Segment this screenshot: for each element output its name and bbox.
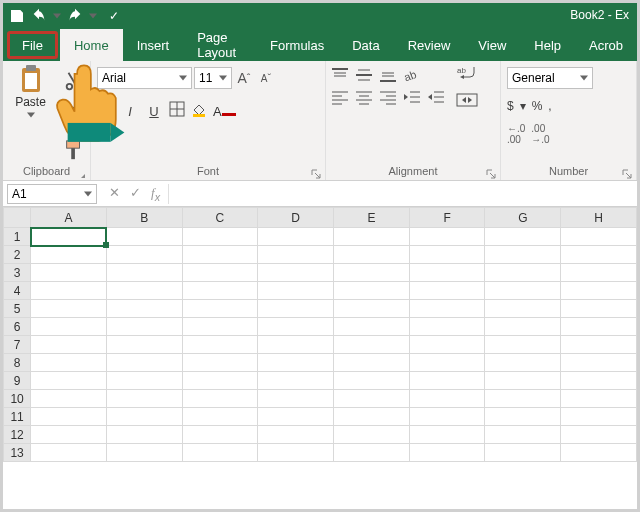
ribbon-tabs: File Home Insert Page Layout Formulas Da… (3, 29, 637, 61)
tab-view[interactable]: View (464, 29, 520, 61)
chevron-down-icon (219, 74, 227, 82)
col-header[interactable]: E (334, 208, 410, 228)
decrease-font-button[interactable]: Aˇ (256, 68, 276, 88)
row-header[interactable]: 2 (4, 246, 31, 264)
svg-marker-0 (53, 14, 61, 19)
save-icon[interactable] (9, 8, 25, 24)
row-header[interactable]: 4 (4, 282, 31, 300)
fill-color-button[interactable] (191, 101, 207, 121)
row-header[interactable]: 10 (4, 390, 31, 408)
tab-acrobat[interactable]: Acrob (575, 29, 637, 61)
tab-home[interactable]: Home (60, 29, 123, 61)
font-color-button[interactable]: A (213, 102, 236, 120)
row-header[interactable]: 7 (4, 336, 31, 354)
row-header[interactable]: 11 (4, 408, 31, 426)
wrap-text-icon[interactable]: ab (456, 65, 478, 83)
underline-button[interactable]: U (145, 104, 163, 119)
dialog-launcher-icon[interactable] (622, 165, 632, 175)
group-label-font: Font (91, 165, 325, 180)
decrease-indent-icon[interactable] (402, 89, 422, 105)
dialog-launcher-icon[interactable] (76, 165, 86, 175)
currency-button[interactable]: $ (507, 99, 514, 113)
undo-icon[interactable] (31, 8, 47, 24)
col-header[interactable]: C (182, 208, 258, 228)
svg-rect-3 (26, 65, 36, 71)
col-header[interactable]: G (485, 208, 561, 228)
col-header[interactable]: A (31, 208, 107, 228)
chevron-down-icon (179, 74, 187, 82)
dialog-launcher-icon[interactable] (486, 165, 496, 175)
name-box[interactable]: A1 (7, 184, 97, 204)
group-number: General $▾ % , ←.0.00 .00→.0 Number (501, 61, 637, 180)
spreadsheet-grid[interactable]: A B C D E F G H 1 2 3 4 5 6 7 8 9 10 11 … (3, 207, 637, 462)
cancel-icon[interactable]: ✕ (109, 185, 120, 203)
increase-indent-icon[interactable] (426, 89, 446, 105)
row-header[interactable]: 12 (4, 426, 31, 444)
select-all-corner[interactable] (4, 208, 31, 228)
tab-review[interactable]: Review (394, 29, 465, 61)
border-button[interactable] (169, 101, 185, 121)
align-middle-icon[interactable] (354, 67, 374, 83)
align-left-icon[interactable] (330, 89, 350, 105)
col-header[interactable]: D (258, 208, 334, 228)
increase-font-button[interactable]: Aˆ (234, 68, 254, 88)
percent-button[interactable]: % (532, 99, 543, 113)
group-label-alignment: Alignment (326, 165, 500, 180)
svg-rect-53 (68, 123, 111, 142)
svg-marker-1 (89, 14, 97, 19)
quick-access-toolbar: ✓ (3, 8, 125, 24)
orientation-icon[interactable]: ab (402, 67, 422, 83)
formula-input[interactable] (168, 184, 637, 204)
group-label-number: Number (501, 165, 636, 180)
align-right-icon[interactable] (378, 89, 398, 105)
svg-marker-42 (428, 94, 432, 100)
tab-insert[interactable]: Insert (123, 29, 184, 61)
chevron-down-icon[interactable] (27, 111, 35, 119)
font-size-combo[interactable]: 11 (194, 67, 232, 89)
tab-page-layout[interactable]: Page Layout (183, 29, 256, 61)
enter-icon[interactable]: ✓ (130, 185, 141, 203)
merge-center-icon[interactable] (456, 91, 478, 109)
fx-icon[interactable]: fx (151, 185, 160, 203)
row-header[interactable]: 8 (4, 354, 31, 372)
align-top-icon[interactable] (330, 67, 350, 83)
svg-marker-10 (179, 76, 187, 81)
align-center-icon[interactable] (354, 89, 374, 105)
row-header[interactable]: 13 (4, 444, 31, 462)
chevron-down-icon[interactable] (53, 12, 61, 20)
document-title: Book2 - Ex (570, 8, 629, 22)
svg-rect-4 (25, 73, 37, 89)
svg-text:ab: ab (457, 66, 466, 75)
col-header[interactable]: H (561, 208, 637, 228)
decrease-decimal-button[interactable]: .00→.0 (531, 123, 549, 145)
col-header[interactable]: F (409, 208, 485, 228)
formula-bar: A1 ✕ ✓ fx (3, 181, 637, 207)
comma-button[interactable]: , (548, 99, 551, 113)
svg-rect-15 (193, 114, 205, 117)
align-bottom-icon[interactable] (378, 67, 398, 83)
tab-help[interactable]: Help (520, 29, 575, 61)
redo-icon[interactable] (67, 8, 83, 24)
row-header[interactable]: 6 (4, 318, 31, 336)
row-header[interactable]: 9 (4, 372, 31, 390)
chevron-down-icon[interactable] (89, 12, 97, 20)
clipboard-icon (19, 65, 43, 93)
chevron-down-icon (580, 74, 588, 82)
dialog-launcher-icon[interactable] (311, 165, 321, 175)
svg-marker-38 (404, 94, 408, 100)
col-header[interactable]: B (106, 208, 182, 228)
tab-formulas[interactable]: Formulas (256, 29, 338, 61)
increase-decimal-button[interactable]: ←.0.00 (507, 123, 525, 145)
row-header[interactable]: 5 (4, 300, 31, 318)
row-header[interactable]: 3 (4, 264, 31, 282)
svg-rect-48 (457, 94, 477, 106)
title-bar: ✓ Book2 - Ex (3, 3, 637, 29)
svg-marker-5 (27, 113, 35, 118)
number-format-combo[interactable]: General (507, 67, 593, 89)
tab-file[interactable]: File (7, 31, 58, 59)
row-header[interactable]: 1 (4, 228, 31, 246)
svg-marker-52 (84, 191, 92, 196)
tab-data[interactable]: Data (338, 29, 393, 61)
svg-marker-50 (468, 97, 472, 103)
cell-A1[interactable] (31, 228, 107, 246)
